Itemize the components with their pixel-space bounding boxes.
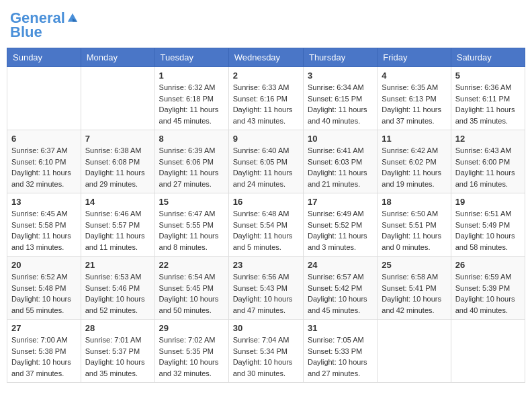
daylight-text: Daylight: 11 hours and 16 minutes. xyxy=(455,169,515,188)
sunset-text: Sunset: 5:57 PM xyxy=(85,221,140,229)
cell-content: Sunrise: 6:50 AM Sunset: 5:51 PM Dayligh… xyxy=(382,208,446,253)
daylight-text: Daylight: 11 hours and 8 minutes. xyxy=(159,232,219,251)
day-number: 21 xyxy=(85,260,150,270)
calendar-cell: 8 Sunrise: 6:39 AM Sunset: 6:06 PM Dayli… xyxy=(154,130,228,193)
sunrise-text: Sunrise: 6:41 AM xyxy=(308,146,364,154)
day-number: 28 xyxy=(85,323,150,333)
sunrise-text: Sunrise: 6:46 AM xyxy=(85,210,142,218)
sunset-text: Sunset: 5:49 PM xyxy=(455,221,510,229)
sunset-text: Sunset: 6:10 PM xyxy=(11,158,66,166)
cell-content: Sunrise: 6:45 AM Sunset: 5:58 PM Dayligh… xyxy=(11,208,77,253)
calendar-cell: 11 Sunrise: 6:42 AM Sunset: 6:02 PM Dayl… xyxy=(378,130,451,193)
day-number: 14 xyxy=(85,197,150,207)
sunrise-text: Sunrise: 6:56 AM xyxy=(233,273,290,281)
daylight-text: Daylight: 10 hours and 55 minutes. xyxy=(11,295,71,314)
daylight-text: Daylight: 10 hours and 40 minutes. xyxy=(455,295,515,314)
weekday-header-monday: Monday xyxy=(81,48,154,67)
daylight-text: Daylight: 10 hours and 42 minutes. xyxy=(382,295,441,314)
daylight-text: Daylight: 10 hours and 58 minutes. xyxy=(455,232,515,251)
calendar-cell: 1 Sunrise: 6:32 AM Sunset: 6:18 PM Dayli… xyxy=(154,67,228,130)
calendar-cell xyxy=(7,67,81,130)
daylight-text: Daylight: 11 hours and 21 minutes. xyxy=(308,169,367,188)
sunrise-text: Sunrise: 6:52 AM xyxy=(11,273,68,281)
sunset-text: Sunset: 6:15 PM xyxy=(308,95,362,103)
calendar-cell: 26 Sunrise: 6:59 AM Sunset: 5:39 PM Dayl… xyxy=(451,257,525,320)
daylight-text: Daylight: 11 hours and 37 minutes. xyxy=(382,105,441,125)
day-number: 23 xyxy=(233,260,299,270)
day-number: 22 xyxy=(159,260,224,270)
cell-content: Sunrise: 6:36 AM Sunset: 6:11 PM Dayligh… xyxy=(455,82,521,126)
calendar-cell: 25 Sunrise: 6:58 AM Sunset: 5:41 PM Dayl… xyxy=(378,257,451,320)
daylight-text: Daylight: 10 hours and 45 minutes. xyxy=(308,295,367,314)
sunset-text: Sunset: 6:00 PM xyxy=(455,158,510,166)
calendar-cell: 15 Sunrise: 6:47 AM Sunset: 5:55 PM Dayl… xyxy=(154,193,228,257)
calendar-cell: 6 Sunrise: 6:37 AM Sunset: 6:10 PM Dayli… xyxy=(7,130,81,193)
logo-icon xyxy=(66,12,79,24)
sunrise-text: Sunrise: 6:32 AM xyxy=(159,83,216,91)
sunrise-text: Sunrise: 6:59 AM xyxy=(455,273,512,281)
sunrise-text: Sunrise: 6:36 AM xyxy=(455,83,512,91)
calendar-cell xyxy=(451,320,525,383)
sunset-text: Sunset: 5:43 PM xyxy=(233,284,287,292)
sunset-text: Sunset: 5:38 PM xyxy=(11,347,66,355)
weekday-header-friday: Friday xyxy=(378,48,451,67)
sunset-text: Sunset: 6:05 PM xyxy=(233,158,287,166)
sunset-text: Sunset: 5:46 PM xyxy=(85,284,140,292)
calendar-cell: 28 Sunrise: 7:01 AM Sunset: 5:37 PM Dayl… xyxy=(81,320,154,383)
daylight-text: Daylight: 11 hours and 43 minutes. xyxy=(233,105,293,125)
weekday-header-row: SundayMondayTuesdayWednesdayThursdayFrid… xyxy=(7,48,525,67)
cell-content: Sunrise: 6:52 AM Sunset: 5:48 PM Dayligh… xyxy=(11,271,77,316)
cell-content: Sunrise: 6:42 AM Sunset: 6:02 PM Dayligh… xyxy=(382,145,446,189)
day-number: 27 xyxy=(11,323,77,333)
sunrise-text: Sunrise: 7:02 AM xyxy=(159,336,216,344)
sunrise-text: Sunrise: 6:48 AM xyxy=(233,210,290,218)
calendar-cell: 2 Sunrise: 6:33 AM Sunset: 6:16 PM Dayli… xyxy=(228,67,303,130)
sunset-text: Sunset: 5:34 PM xyxy=(233,347,287,355)
cell-content: Sunrise: 6:51 AM Sunset: 5:49 PM Dayligh… xyxy=(455,208,521,253)
calendar-cell: 13 Sunrise: 6:45 AM Sunset: 5:58 PM Dayl… xyxy=(7,193,81,257)
cell-content: Sunrise: 6:57 AM Sunset: 5:42 PM Dayligh… xyxy=(308,271,373,316)
cell-content: Sunrise: 7:05 AM Sunset: 5:33 PM Dayligh… xyxy=(308,334,373,379)
calendar-cell: 16 Sunrise: 6:48 AM Sunset: 5:54 PM Dayl… xyxy=(228,193,303,257)
calendar-cell: 27 Sunrise: 7:00 AM Sunset: 5:38 PM Dayl… xyxy=(7,320,81,383)
weekday-header-saturday: Saturday xyxy=(451,48,525,67)
sunrise-text: Sunrise: 6:33 AM xyxy=(233,83,290,91)
daylight-text: Daylight: 10 hours and 32 minutes. xyxy=(159,358,219,377)
daylight-text: Daylight: 11 hours and 19 minutes. xyxy=(382,169,441,188)
day-number: 31 xyxy=(308,323,373,333)
daylight-text: Daylight: 11 hours and 27 minutes. xyxy=(159,169,219,188)
calendar-cell: 21 Sunrise: 6:53 AM Sunset: 5:46 PM Dayl… xyxy=(81,257,154,320)
calendar-cell: 19 Sunrise: 6:51 AM Sunset: 5:49 PM Dayl… xyxy=(451,193,525,257)
calendar-cell xyxy=(81,67,154,130)
sunrise-text: Sunrise: 6:58 AM xyxy=(382,273,438,281)
daylight-text: Daylight: 10 hours and 30 minutes. xyxy=(233,358,293,377)
daylight-text: Daylight: 11 hours and 0 minutes. xyxy=(382,232,441,251)
calendar-cell: 17 Sunrise: 6:49 AM Sunset: 5:52 PM Dayl… xyxy=(303,193,377,257)
sunset-text: Sunset: 6:16 PM xyxy=(233,95,287,103)
sunrise-text: Sunrise: 6:34 AM xyxy=(308,83,364,91)
calendar-cell: 7 Sunrise: 6:38 AM Sunset: 6:08 PM Dayli… xyxy=(81,130,154,193)
daylight-text: Daylight: 10 hours and 27 minutes. xyxy=(308,358,367,377)
calendar-cell xyxy=(378,320,451,383)
cell-content: Sunrise: 6:38 AM Sunset: 6:08 PM Dayligh… xyxy=(85,145,150,189)
calendar-cell: 5 Sunrise: 6:36 AM Sunset: 6:11 PM Dayli… xyxy=(451,67,525,130)
cell-content: Sunrise: 6:49 AM Sunset: 5:52 PM Dayligh… xyxy=(308,208,373,253)
sunrise-text: Sunrise: 6:49 AM xyxy=(308,210,364,218)
calendar-cell: 29 Sunrise: 7:02 AM Sunset: 5:35 PM Dayl… xyxy=(154,320,228,383)
cell-content: Sunrise: 6:40 AM Sunset: 6:05 PM Dayligh… xyxy=(233,145,299,189)
cell-content: Sunrise: 6:53 AM Sunset: 5:46 PM Dayligh… xyxy=(85,271,150,316)
calendar-cell: 31 Sunrise: 7:05 AM Sunset: 5:33 PM Dayl… xyxy=(303,320,377,383)
day-number: 5 xyxy=(455,71,521,81)
cell-content: Sunrise: 6:54 AM Sunset: 5:45 PM Dayligh… xyxy=(159,271,224,316)
daylight-text: Daylight: 11 hours and 24 minutes. xyxy=(233,169,293,188)
sunrise-text: Sunrise: 6:53 AM xyxy=(85,273,142,281)
day-number: 11 xyxy=(382,134,446,144)
day-number: 12 xyxy=(455,134,521,144)
sunrise-text: Sunrise: 6:39 AM xyxy=(159,146,216,154)
cell-content: Sunrise: 6:58 AM Sunset: 5:41 PM Dayligh… xyxy=(382,271,446,316)
cell-content: Sunrise: 6:37 AM Sunset: 6:10 PM Dayligh… xyxy=(11,145,77,189)
sunset-text: Sunset: 5:58 PM xyxy=(11,221,66,229)
sunrise-text: Sunrise: 6:43 AM xyxy=(455,146,512,154)
cell-content: Sunrise: 6:59 AM Sunset: 5:39 PM Dayligh… xyxy=(455,271,521,316)
calendar-cell: 4 Sunrise: 6:35 AM Sunset: 6:13 PM Dayli… xyxy=(378,67,451,130)
